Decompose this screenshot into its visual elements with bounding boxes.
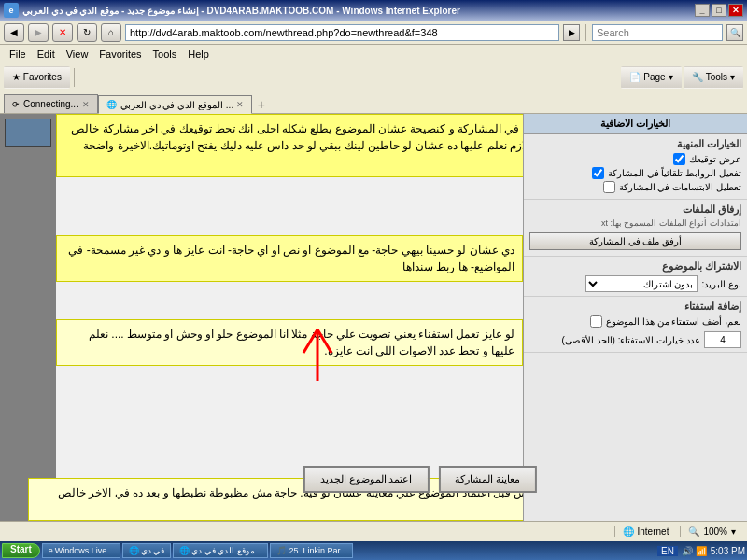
panel-header: الخيارات الاضافية bbox=[524, 114, 747, 134]
checkbox-smilies: تعطيل الابتسامات في المشاركة bbox=[529, 181, 741, 193]
zoom-dropdown-icon: ▾ bbox=[731, 526, 736, 537]
taskbar-ie-btn[interactable]: e Windows Live... bbox=[42, 543, 120, 558]
zoom-icon: 🔍 bbox=[688, 526, 699, 537]
checkbox-smilies-label: تعطيل الابتسامات في المشاركة bbox=[619, 182, 741, 192]
box3-text: لو عايز تعمل استفناء يعني تصويت علي حاجة… bbox=[89, 328, 514, 357]
start-button[interactable]: Start bbox=[2, 543, 40, 558]
back-button[interactable]: ◀ bbox=[4, 23, 24, 42]
search-button[interactable]: 🔍 bbox=[726, 24, 743, 41]
attach-title: إرفاق الملفات bbox=[529, 203, 741, 216]
subscribe-row: نوع البريد: بدون اشتراك bbox=[529, 275, 741, 292]
title-bar: e إنشاء موضوع جديد - موقع الدي في دي الع… bbox=[0, 0, 747, 21]
attach-label: امتدادات أنواع الملفات المسموح بها: xt bbox=[529, 218, 741, 228]
tab-close-2[interactable]: ✕ bbox=[236, 100, 244, 109]
poll-max-row: عدد خيارات الاستفتاء: (الحد الأقصى) bbox=[529, 331, 741, 348]
checkbox-links-label: تفعيل الروابط تلقائياً في المشاركة bbox=[608, 168, 741, 178]
checkbox-links: تفعيل الروابط تلقائياً في المشاركة bbox=[529, 167, 741, 179]
browser-icon: e bbox=[4, 3, 19, 18]
subscribe-type-label: نوع البريد: bbox=[701, 279, 741, 289]
tab-bar: ⟳ Connecting... ✕ 🌐 الموقع الدي في دي ال… bbox=[0, 91, 747, 114]
tab-connecting[interactable]: ⟳ Connecting... ✕ bbox=[4, 94, 98, 113]
page-content: نيجي للحاجات دي اول واحده دي لعرض توقيعك… bbox=[0, 114, 747, 521]
go-button[interactable]: ▶ bbox=[563, 24, 580, 41]
zone-label: Internet bbox=[638, 526, 669, 537]
minimize-button[interactable]: _ bbox=[695, 4, 710, 17]
window-title: إنشاء موضوع جديد - موقع الدي في دي العرب… bbox=[22, 6, 460, 16]
menu-favorites[interactable]: Favorites bbox=[93, 47, 147, 62]
checkbox-smilies-input[interactable] bbox=[603, 181, 615, 193]
menu-file[interactable]: File bbox=[4, 47, 32, 62]
menu-view[interactable]: View bbox=[61, 47, 94, 62]
checkbox-signature-input[interactable] bbox=[673, 153, 685, 165]
right-panel: الخيارات الاضافية الخيارات المنهية عرض ت… bbox=[523, 114, 747, 521]
zoom-control[interactable]: 🔍 100% ▾ bbox=[680, 526, 743, 537]
subscribe-section: الاشتراك بالموضوع نوع البريد: بدون اشترا… bbox=[524, 257, 747, 297]
poll-checkbox-input[interactable] bbox=[590, 315, 602, 328]
status-right: 🌐 Internet 🔍 100% ▾ bbox=[614, 526, 744, 537]
tab-close-1[interactable]: ✕ bbox=[82, 100, 90, 109]
refresh-button[interactable]: ↻ bbox=[77, 23, 97, 42]
poll-max-input[interactable] bbox=[704, 331, 741, 348]
checkbox-links-input[interactable] bbox=[592, 167, 604, 179]
taskbar-item-2[interactable]: 🌐 موقع الدي في دي... bbox=[173, 543, 268, 558]
poll-title: إضافة استفتاء bbox=[529, 301, 741, 313]
status-zone: 🌐 Internet bbox=[614, 526, 677, 537]
action-buttons: اعتمد الموضوع الجديد معاينة المشاركة bbox=[303, 466, 537, 493]
tab-label-1: Connecting... bbox=[23, 99, 78, 109]
menu-help[interactable]: Help bbox=[182, 47, 215, 62]
menu-bar: File Edit View Favorites Tools Help bbox=[0, 45, 747, 63]
lang-indicator[interactable]: EN bbox=[657, 546, 678, 556]
attach-button[interactable]: أرفق ملف في المشاركة bbox=[529, 232, 741, 250]
preview-button[interactable]: معاينة المشاركة bbox=[438, 466, 537, 493]
taskbar-item-1-label: في دي bbox=[141, 546, 165, 555]
box2-text: دي عشان لو حسينا بيهي حاجة- مع الموضوع ا… bbox=[68, 244, 514, 273]
instruction-box-3: لو عايز تعمل استفناء يعني تصويت علي حاجة… bbox=[56, 319, 523, 366]
tools-button[interactable]: 🔧 Tools ▾ bbox=[684, 66, 743, 89]
window-controls[interactable]: _ □ ✕ bbox=[695, 4, 743, 17]
taskbar-right: EN 🔊 📶 5:03 PM bbox=[657, 546, 745, 556]
taskbar-item-1-icon: 🌐 bbox=[129, 546, 139, 555]
taskbar-ie-icon: e bbox=[49, 546, 53, 555]
favorites-toolbar-btn[interactable]: ★ Favorites bbox=[4, 66, 70, 89]
new-tab-button[interactable]: + bbox=[252, 96, 271, 113]
status-bar: 🌐 Internet 🔍 100% ▾ bbox=[0, 521, 747, 541]
forward-button[interactable]: ▶ bbox=[28, 23, 49, 42]
main-area: نيجي للحاجات دي اول واحده دي لعرض توقيعك… bbox=[0, 114, 747, 521]
taskbar: Start e Windows Live... 🌐 في دي 🌐 موقع ا… bbox=[0, 541, 747, 560]
taskbar-item-2-label: موقع الدي في دي... bbox=[191, 546, 261, 555]
menu-edit[interactable]: Edit bbox=[32, 47, 61, 62]
menu-tools[interactable]: Tools bbox=[148, 47, 183, 62]
tab-label-2: الموقع الدي في دي العربي ... bbox=[120, 100, 233, 110]
taskbar-item-3-label: 25. Linkin Par... bbox=[289, 546, 346, 555]
poll-section: إضافة استفتاء نعم، أضف استفتاء من هذا ال… bbox=[524, 297, 747, 353]
left-sidebar bbox=[0, 114, 56, 521]
address-input[interactable] bbox=[125, 24, 559, 41]
submit-button[interactable]: اعتمد الموضوع الجديد bbox=[303, 466, 430, 493]
poll-checkbox-row: نعم، أضف استفتاء من هذا الموضوع bbox=[529, 315, 741, 328]
checkbox-signature-label: عرض توقيعك bbox=[689, 154, 741, 164]
poll-checkbox-label: نعم، أضف استفتاء من هذا الموضوع bbox=[606, 316, 741, 327]
subscribe-select[interactable]: بدون اشتراك bbox=[585, 275, 698, 292]
taskbar-ie-label: Windows Live... bbox=[55, 546, 114, 555]
taskbar-item-1[interactable]: 🌐 في دي bbox=[122, 543, 172, 558]
address-bar: ◀ ▶ ✕ ↻ ⌂ ▶ 🔍 bbox=[0, 21, 747, 45]
home-button[interactable]: ⌂ bbox=[101, 23, 121, 42]
clock: 5:03 PM bbox=[711, 546, 745, 556]
zone-icon: 🌐 bbox=[623, 526, 634, 537]
sidebar-box bbox=[5, 119, 51, 147]
instruction-box-2: دي عشان لو حسينا بيهي حاجة- مع الموضوع ا… bbox=[56, 235, 523, 282]
taskbar-item-2-icon: 🌐 bbox=[179, 546, 190, 555]
page-button[interactable]: 📄 Page ▾ bbox=[621, 66, 681, 89]
subscribe-title: الاشتراك بالموضوع bbox=[529, 260, 741, 273]
taskbar-item-3[interactable]: 🎵 25. Linkin Par... bbox=[270, 543, 353, 558]
checkbox-signature: عرض توقيعك bbox=[529, 153, 741, 165]
taskbar-icons: 🔊 📶 bbox=[682, 546, 707, 556]
close-button[interactable]: ✕ bbox=[728, 4, 743, 17]
tab-dvd4arab[interactable]: 🌐 الموقع الدي في دي العربي ... ✕ bbox=[98, 95, 252, 114]
stop-button[interactable]: ✕ bbox=[52, 23, 73, 42]
maximize-button[interactable]: □ bbox=[712, 4, 726, 17]
taskbar-item-3-icon: 🎵 bbox=[276, 546, 287, 555]
poll-max-label: عدد خيارات الاستفتاء: (الحد الأقصى) bbox=[561, 335, 700, 345]
forbidden-title: الخيارات المنهية bbox=[529, 138, 741, 150]
search-input[interactable] bbox=[592, 24, 723, 41]
